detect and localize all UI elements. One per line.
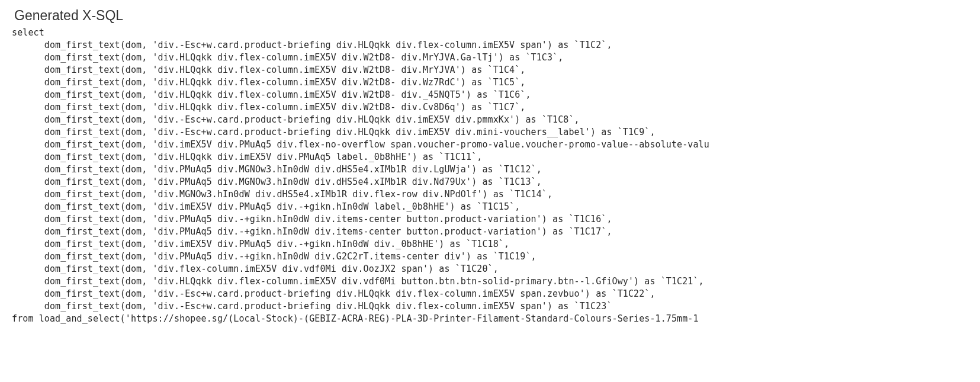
sql-line: dom_first_text(dom, 'div.-Esc+w.card.pro… [44, 301, 612, 312]
sql-line: dom_first_text(dom, 'div.HLQqkk div.flex… [44, 77, 526, 88]
sql-line: dom_first_text(dom, 'div.flex-column.imE… [44, 264, 499, 274]
sql-line: dom_first_text(dom, 'div.-Esc+w.card.pro… [44, 288, 656, 299]
sql-line: dom_first_text(dom, 'div.PMuAq5 div.-+gi… [44, 214, 612, 224]
sql-line: dom_first_text(dom, 'div.HLQqkk div.flex… [44, 89, 531, 100]
sql-line: dom_first_text(dom, 'div.imEX5V div.PMuA… [44, 139, 709, 150]
sql-line: dom_first_text(dom, 'div.-Esc+w.card.pro… [44, 114, 580, 125]
page-container: Generated X-SQL select dom_first_text(do… [0, 0, 980, 337]
section-heading: Generated X-SQL [14, 6, 968, 25]
sql-line: dom_first_text(dom, 'div.-Esc+w.card.pro… [44, 40, 612, 50]
sql-line: dom_first_text(dom, 'div.MGNOw3.hIn0dW d… [44, 189, 552, 200]
sql-line: dom_first_text(dom, 'div.PMuAq5 div.MGNO… [44, 176, 542, 187]
sql-line: dom_first_text(dom, 'div.HLQqkk div.flex… [44, 102, 526, 113]
sql-code-block: select dom_first_text(dom, 'div.-Esc+w.c… [12, 27, 968, 325]
sql-line: dom_first_text(dom, 'div.HLQqkk div.flex… [44, 276, 704, 287]
sql-line: dom_first_text(dom, 'div.-Esc+w.card.pro… [44, 127, 656, 137]
sql-line: dom_first_text(dom, 'div.imEX5V div.PMuA… [44, 201, 520, 212]
sql-line: dom_first_text(dom, 'div.HLQqkk div.flex… [44, 65, 526, 75]
sql-line: dom_first_text(dom, 'div.HLQqkk div.imEX… [44, 152, 483, 162]
sql-select-keyword: select [12, 27, 44, 38]
sql-line: dom_first_text(dom, 'div.PMuAq5 div.-+gi… [44, 251, 536, 262]
sql-from-clause: from load_and_select('https://shopee.sg/… [12, 313, 699, 324]
sql-line: dom_first_text(dom, 'div.PMuAq5 div.-+gi… [44, 226, 612, 237]
sql-line: dom_first_text(dom, 'div.HLQqkk div.flex… [44, 52, 564, 63]
sql-line: dom_first_text(dom, 'div.imEX5V div.PMuA… [44, 239, 509, 249]
sql-line: dom_first_text(dom, 'div.PMuAq5 div.MGNO… [44, 164, 542, 175]
